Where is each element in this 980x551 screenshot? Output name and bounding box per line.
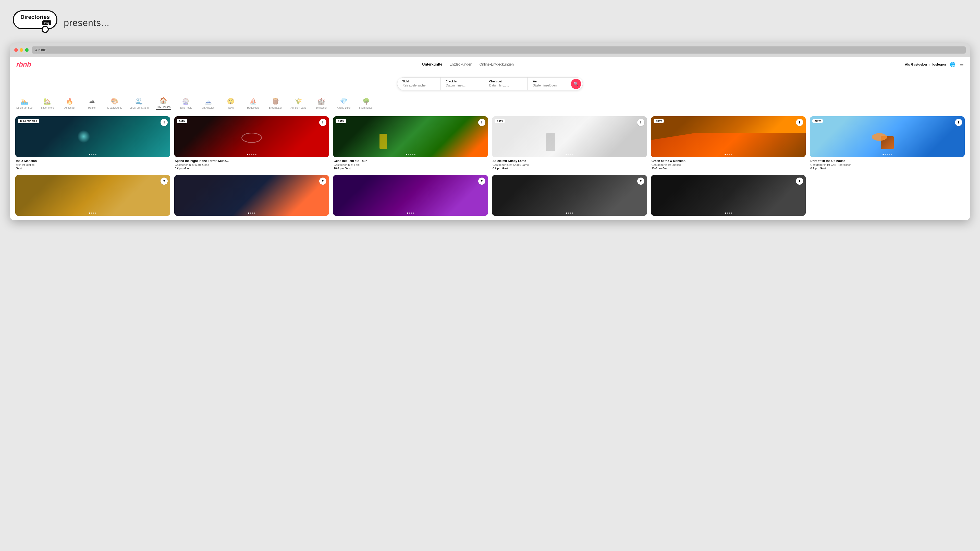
category-schloesser[interactable]: 🏰 Schlösser	[313, 98, 329, 109]
wohin-field[interactable]: Wohin Reiseziele suchen	[397, 78, 441, 90]
checkin-label: Check-in	[446, 80, 479, 83]
listing-price-3: 18 € pro Gast	[334, 167, 487, 170]
listing-card-1[interactable]: ⏱ 51 min 40 s ⬆ the X-Mansion er:in ist …	[15, 116, 170, 171]
category-hoehlen[interactable]: ⛰ Höhlen	[84, 98, 100, 109]
listing-card-7[interactable]: ⬆	[15, 175, 170, 216]
dots-2	[247, 154, 256, 155]
listing-host-6: Gastgeber:in ist Carl Fredricksen	[810, 163, 964, 166]
trending-icon: 🔥	[66, 98, 73, 105]
address-bar[interactable]: AirBnB	[32, 46, 966, 54]
listing-card-10[interactable]: ⬆	[492, 175, 647, 216]
category-kreativraeme[interactable]: 🎨 Kreativräume	[107, 98, 122, 109]
presenter-header: Directories HQ presents...	[5, 5, 975, 43]
dots-10	[566, 213, 573, 214]
nav-link-entdeckungen[interactable]: Entdeckungen	[449, 61, 473, 68]
nav-link-unterkunfte[interactable]: Unterkünfte	[422, 61, 442, 68]
share-button-7[interactable]: ⬆	[161, 178, 168, 185]
nav-link-online[interactable]: Online-Entdeckungen	[479, 61, 514, 68]
listing-badge-1: ⏱ 51 min 40 s	[18, 119, 39, 123]
share-button-4[interactable]: ⬆	[637, 119, 644, 126]
listing-info-3: Gehe mit Feid auf Tour Gastgeber:in ist …	[333, 157, 488, 171]
luxe-icon: 💎	[340, 98, 348, 105]
listing-badge-5: Aktiv	[654, 119, 664, 123]
share-button-8[interactable]: ⬆	[319, 178, 326, 185]
category-direkt-am-see[interactable]: 🏊 Direkt am See	[16, 98, 32, 109]
share-button-2[interactable]: ⬆	[319, 119, 326, 126]
categories-bar: 🏊 Direkt am See 🏡 Bauernhöfe 🔥 Angesagt …	[10, 93, 970, 112]
checkin-field[interactable]: Check-in Datum hinzu...	[441, 78, 484, 90]
globe-icon[interactable]: 🌐	[950, 62, 956, 67]
cave-icon: ⛰	[89, 98, 95, 105]
close-button[interactable]	[14, 48, 18, 52]
listing-card-11[interactable]: ⬆	[651, 175, 806, 216]
lake-icon: 🏊	[21, 98, 28, 105]
category-tolle-pools[interactable]: 🎡 Tolle Pools	[178, 98, 193, 109]
wer-field[interactable]: Wer Gäste hinzufügen	[528, 78, 571, 90]
share-button-11[interactable]: ⬆	[796, 178, 803, 185]
dots-7	[89, 213, 97, 214]
listing-card-4[interactable]: Aktiv ⬆ Spiele mit Khaby Lame Gastgeber:…	[492, 116, 647, 171]
listing-price-2: 0 € pro Gast	[175, 167, 329, 170]
wohin-value: Reiseziele suchen	[402, 84, 427, 87]
listing-image-8: ⬆	[174, 175, 329, 216]
checkout-field[interactable]: Check-out Datum hinzu...	[484, 78, 528, 90]
category-airbnb-luxe[interactable]: 💎 Airbnb Luxe	[336, 98, 352, 109]
browser-window: AirBnB rbnb Unterkünfte Entdeckungen Onl…	[10, 43, 970, 220]
dots-4	[566, 154, 573, 155]
checkin-value: Datum hinzu...	[446, 84, 466, 87]
category-wow[interactable]: 😲 Wow!	[223, 98, 239, 109]
listing-card-5[interactable]: Aktiv ⬆ Crash at the X-Mansion Gastgeber…	[651, 116, 806, 171]
minimize-button[interactable]	[20, 48, 23, 52]
airbnb-logo: rbnb	[16, 60, 31, 68]
listing-badge-6: Aktiv	[812, 119, 822, 123]
category-baumhaeuser[interactable]: 🌳 Baumhäuser	[359, 98, 374, 109]
share-button-1[interactable]: ⬆	[161, 119, 168, 126]
logo-text-top: Directories	[21, 14, 50, 20]
category-angesagt[interactable]: 🔥 Angesagt	[62, 98, 77, 109]
castle-icon: 🏰	[318, 98, 325, 105]
listing-title-5: Crash at the X-Mansion	[652, 159, 805, 163]
listing-card-9[interactable]: ⬆	[333, 175, 488, 216]
listing-card-6[interactable]: Aktiv ⬆ Drift off in the Up house Gastge…	[810, 116, 965, 171]
share-button-9[interactable]: ⬆	[478, 178, 485, 185]
maximize-button[interactable]	[25, 48, 29, 52]
listing-badge-3: Aktiv	[336, 119, 346, 123]
share-button-6[interactable]: ⬆	[955, 119, 962, 126]
search-button[interactable]: 🔍	[571, 79, 581, 89]
houseboat-icon: ⛵	[249, 98, 257, 105]
category-auf-dem-land[interactable]: 🌾 Auf dem Land	[290, 98, 306, 109]
dots-9	[407, 213, 414, 214]
category-hausboote[interactable]: ⛵ Hausboote	[245, 98, 261, 109]
dots-6	[883, 154, 892, 155]
category-tiny-houses[interactable]: 🏠 Tiny Houses	[156, 97, 171, 110]
menu-icon[interactable]: ☰	[959, 62, 964, 67]
listing-card-8[interactable]: ⬆	[174, 175, 329, 216]
host-button[interactable]: Als Gastgeber:in loslegen	[905, 62, 946, 66]
category-direkt-am-strand[interactable]: 🌊 Direkt am Strand	[129, 98, 148, 109]
category-mit-aussicht[interactable]: 🗻 Mit Aussicht	[200, 98, 216, 109]
dots-8	[248, 213, 255, 214]
category-bauernhoefe[interactable]: 🏡 Bauernhöfe	[40, 98, 55, 109]
listing-card-3[interactable]: Aktiv ⬆ Gehe mit Feid auf Tour Gastgeber…	[333, 116, 488, 171]
listing-badge-4: Aktiv	[495, 119, 505, 123]
listing-title-1: the X-Mansion	[16, 159, 170, 163]
dots-1	[89, 154, 97, 155]
listings-section: ⏱ 51 min 40 s ⬆ the X-Mansion er:in ist …	[10, 112, 970, 220]
listing-host-2: Gastgeber:in ist Marc Gené	[175, 163, 329, 166]
share-button-10[interactable]: ⬆	[637, 178, 644, 185]
category-blockhuetten[interactable]: 🪵 Blockhütten	[268, 98, 283, 109]
checkout-value: Datum hinzu...	[489, 84, 509, 87]
wer-value: Gäste hinzufügen	[533, 84, 557, 87]
search-section: Wohin Reiseziele suchen Check-in Datum h…	[10, 72, 970, 93]
farm-icon: 🏡	[43, 98, 51, 105]
dots-3	[406, 154, 415, 155]
listing-image-2: Aktiv ⬆	[174, 116, 329, 157]
listing-title-4: Spiele mit Khaby Lame	[493, 159, 646, 163]
listing-card-2[interactable]: Aktiv ⬆ Spend the night in the Ferrari M…	[174, 116, 329, 171]
dots-11	[724, 213, 732, 214]
share-button-3[interactable]: ⬆	[478, 119, 485, 126]
beach-icon: 🌊	[135, 98, 143, 105]
share-button-5[interactable]: ⬆	[796, 119, 803, 126]
pool-icon: 🎡	[182, 98, 189, 105]
view-icon: 🗻	[204, 98, 212, 105]
